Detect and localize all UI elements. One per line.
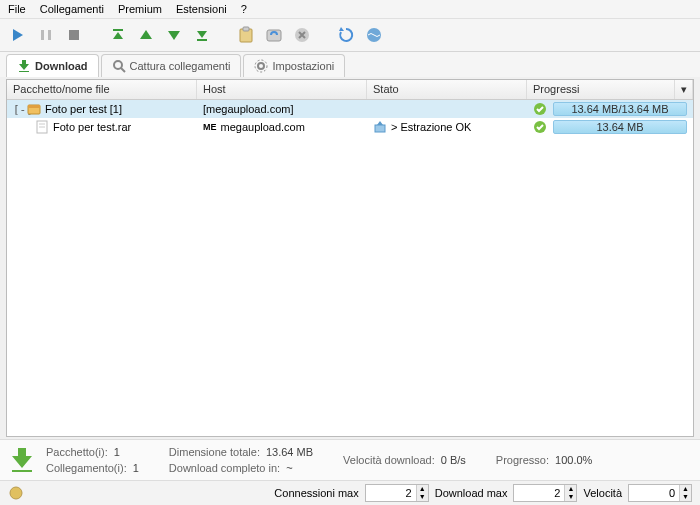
speed-label: Velocità download: (343, 454, 435, 466)
reconnect-button[interactable] (334, 23, 358, 47)
toolbar (0, 19, 700, 52)
ok-icon (533, 120, 547, 134)
svg-rect-17 (19, 71, 29, 72)
progress-value: 100.0% (555, 454, 592, 466)
package-icon (27, 102, 41, 116)
tab-linkgrabber[interactable]: Cattura collegamenti (101, 54, 242, 77)
col-progress[interactable]: Progressi (527, 80, 675, 99)
download-icon (17, 59, 31, 73)
svg-rect-1 (41, 30, 44, 40)
spin-up[interactable]: ▲ (416, 485, 428, 493)
table-body[interactable]: [-] Foto per test [1] [megaupload.com] 1… (7, 100, 693, 436)
host-badge: ME (203, 122, 217, 132)
progress-bar: 13.64 MB (553, 120, 687, 134)
svg-rect-3 (69, 30, 79, 40)
table-header: Pacchetto/nome file Host Stato Progressi… (7, 80, 693, 100)
file-name: Foto per test.rar (53, 121, 131, 133)
file-row[interactable]: Foto per test.rar ME megaupload.com > Es… (7, 118, 693, 136)
svg-rect-28 (375, 125, 385, 132)
move-up-button[interactable] (134, 23, 158, 47)
menu-links[interactable]: Collegamenti (40, 3, 104, 15)
speedlimit-label: Velocità (583, 487, 622, 499)
size-value: 13.64 MB (266, 446, 313, 458)
tab-settings[interactable]: Impostazioni (243, 54, 345, 77)
eta-label: Download completo in: (169, 462, 280, 474)
svg-rect-23 (28, 105, 40, 108)
spin-up[interactable]: ▲ (679, 485, 691, 493)
connections-input[interactable] (366, 487, 416, 499)
spin-down[interactable]: ▼ (679, 493, 691, 501)
svg-point-18 (114, 61, 122, 69)
svg-marker-7 (168, 31, 180, 40)
download-table: Pacchetto/nome file Host Stato Progressi… (6, 79, 694, 437)
remove-button[interactable] (290, 23, 314, 47)
packages-label: Pacchetto(i): (46, 446, 108, 458)
downloads-spinner[interactable]: ▲▼ (513, 484, 577, 502)
package-name: Foto per test [1] (45, 103, 122, 115)
svg-marker-6 (140, 30, 152, 39)
progress-bar: 13.64 MB/13.64 MB (553, 102, 687, 116)
ok-icon (533, 102, 547, 116)
menu-help[interactable]: ? (241, 3, 247, 15)
update-button[interactable] (362, 23, 386, 47)
tab-bar: Download Cattura collegamenti Impostazio… (0, 52, 700, 77)
col-status[interactable]: Stato (367, 80, 527, 99)
col-menu[interactable]: ▾ (675, 80, 693, 99)
speed-spinner[interactable]: ▲▼ (628, 484, 692, 502)
clipboard-button[interactable] (234, 23, 258, 47)
menu-premium[interactable]: Premium (118, 3, 162, 15)
status-bar: Connessioni max ▲▼ Download max ▲▼ Veloc… (0, 480, 700, 505)
svg-marker-16 (19, 60, 29, 70)
summary-bar: Pacchetto(i):1 Collegamento(i):1 Dimensi… (0, 439, 700, 480)
svg-rect-11 (243, 27, 249, 31)
svg-marker-29 (377, 121, 383, 125)
spin-down[interactable]: ▼ (564, 493, 576, 501)
menu-file[interactable]: File (8, 3, 26, 15)
package-row[interactable]: [-] Foto per test [1] [megaupload.com] 1… (7, 100, 693, 118)
spin-up[interactable]: ▲ (564, 485, 576, 493)
menu-extensions[interactable]: Estensioni (176, 3, 227, 15)
file-icon (35, 120, 49, 134)
packages-value: 1 (114, 446, 120, 458)
connections-spinner[interactable]: ▲▼ (365, 484, 429, 502)
pause-button[interactable] (34, 23, 58, 47)
svg-point-21 (255, 60, 267, 72)
eta-value: ~ (286, 462, 292, 474)
download-arrow-icon (8, 446, 36, 474)
svg-marker-5 (113, 32, 123, 39)
svg-rect-9 (197, 39, 207, 41)
svg-rect-32 (12, 470, 32, 472)
col-host[interactable]: Host (197, 80, 367, 99)
svg-rect-2 (48, 30, 51, 40)
links-label: Collegamento(i): (46, 462, 127, 474)
package-host: [megaupload.com] (203, 103, 294, 115)
svg-point-33 (10, 487, 22, 499)
linkgrabber-icon (112, 59, 126, 73)
tab-linkgrabber-label: Cattura collegamenti (130, 60, 231, 72)
links-value: 1 (133, 462, 139, 474)
dl-label: Download max (435, 487, 508, 499)
collapse-icon[interactable]: [-] (13, 103, 23, 116)
svg-marker-31 (12, 448, 32, 468)
downloads-input[interactable] (514, 487, 564, 499)
tab-download[interactable]: Download (6, 54, 99, 77)
menubar: File Collegamenti Premium Estensioni ? (0, 0, 700, 19)
speed-input[interactable] (629, 487, 679, 499)
tab-settings-label: Impostazioni (272, 60, 334, 72)
tab-download-label: Download (35, 60, 88, 72)
container-button[interactable] (262, 23, 286, 47)
move-top-button[interactable] (106, 23, 130, 47)
col-name[interactable]: Pacchetto/nome file (7, 80, 197, 99)
svg-rect-4 (113, 29, 123, 31)
svg-point-20 (258, 63, 264, 69)
progress-label: Progresso: (496, 454, 549, 466)
conn-label: Connessioni max (274, 487, 358, 499)
move-down-button[interactable] (162, 23, 186, 47)
file-host: megaupload.com (221, 121, 305, 133)
file-status: > Estrazione OK (391, 121, 471, 133)
status-icon[interactable] (8, 485, 24, 501)
stop-button[interactable] (62, 23, 86, 47)
move-bottom-button[interactable] (190, 23, 214, 47)
play-button[interactable] (6, 23, 30, 47)
spin-down[interactable]: ▼ (416, 493, 428, 501)
